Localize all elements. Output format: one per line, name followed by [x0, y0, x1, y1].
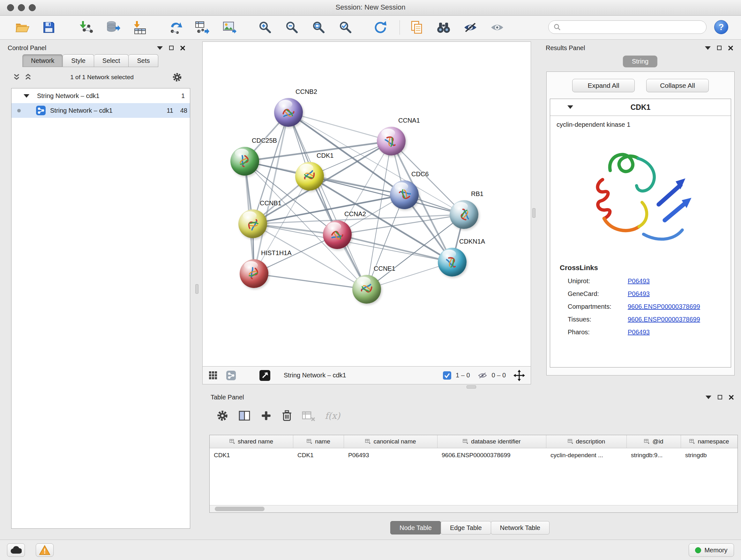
close-panel-icon[interactable]	[729, 395, 734, 400]
import-network-file-button[interactable]	[78, 19, 95, 36]
table-settings-gear-icon[interactable]	[216, 410, 228, 422]
show-columns-icon[interactable]	[238, 410, 251, 422]
tab-node-table[interactable]: Node Table	[390, 521, 441, 535]
scrollbar-thumb[interactable]	[215, 507, 265, 511]
node-table[interactable]: shared namenamecanonical namedatabase id…	[209, 435, 738, 513]
expand-all-button[interactable]: Expand All	[572, 79, 635, 92]
network-node-CCNB2[interactable]	[274, 98, 303, 127]
collapse-all-tree-icon[interactable]	[24, 73, 32, 81]
close-panel-icon[interactable]	[180, 45, 185, 51]
left-splitter-handle[interactable]	[195, 284, 199, 294]
tab-string[interactable]: String	[623, 56, 657, 67]
network-node-CCNA2[interactable]	[323, 220, 352, 249]
table-cell[interactable]: stringdb:9...	[627, 452, 681, 459]
table-cell[interactable]: 9606.ENSP00000378699	[437, 452, 546, 459]
expand-all-tree-icon[interactable]	[13, 73, 20, 81]
network-node-RB1[interactable]	[450, 200, 478, 229]
column-header-@id[interactable]: @id	[627, 435, 681, 448]
import-table-file-button[interactable]	[131, 19, 149, 36]
function-builder-icon[interactable]: f(x)	[325, 411, 340, 421]
hidden-eye-slash-icon[interactable]	[478, 372, 487, 379]
column-header-description[interactable]: description	[546, 435, 627, 448]
column-header-name[interactable]: name	[293, 435, 344, 448]
node-detail-header[interactable]: CDK1	[550, 99, 731, 116]
help-button[interactable]: ?	[714, 20, 728, 34]
collapse-panel-icon[interactable]	[705, 46, 711, 50]
float-panel-icon[interactable]	[169, 46, 174, 50]
column-header-database-identifier[interactable]: database identifier	[437, 435, 546, 448]
add-column-icon[interactable]	[260, 410, 272, 422]
table-row[interactable]: CDK1CDK1P064939606.ENSP00000378699cyclin…	[210, 448, 738, 462]
hide-graphics-button[interactable]	[462, 19, 479, 36]
search-box[interactable]	[548, 20, 706, 34]
network-node-CDKN1A[interactable]	[438, 248, 467, 276]
table-cell[interactable]: P06493	[344, 452, 437, 459]
show-graphics-button[interactable]	[488, 19, 506, 36]
delete-table-icon[interactable]	[302, 410, 315, 422]
network-node-CCNB1[interactable]	[239, 209, 267, 238]
table-cell[interactable]: cyclin-dependent ...	[546, 452, 627, 459]
warnings-button[interactable]	[36, 543, 54, 557]
tab-style[interactable]: Style	[63, 54, 94, 67]
zoom-out-button[interactable]	[283, 19, 300, 36]
crosslink-link[interactable]: 9606.ENSP00000378699	[628, 303, 700, 310]
right-splitter-handle[interactable]	[532, 208, 536, 218]
zoom-selected-button[interactable]	[337, 19, 354, 36]
table-cell[interactable]: stringdb	[681, 452, 738, 459]
column-header-canonical-name[interactable]: canonical name	[344, 435, 437, 448]
crosslink-link[interactable]: P06493	[628, 277, 650, 285]
tab-network[interactable]: Network	[22, 54, 63, 67]
cloud-button[interactable]	[7, 543, 25, 557]
memory-button[interactable]: Memory	[689, 543, 734, 557]
network-collection-row[interactable]: String Network – cdk1 1	[11, 88, 190, 103]
import-network-database-button[interactable]	[105, 19, 122, 36]
network-row[interactable]: String Network – cdk1 11 48	[11, 103, 190, 118]
selected-checkbox-icon[interactable]	[443, 371, 451, 380]
pan-crosshair-icon[interactable]	[514, 370, 525, 381]
bottom-splitter-handle[interactable]	[467, 385, 476, 388]
network-node-CDK1[interactable]	[295, 162, 324, 191]
save-session-button[interactable]	[40, 19, 57, 36]
export-image-button[interactable]	[221, 19, 238, 36]
crosslink-link[interactable]: P06493	[628, 290, 650, 298]
zoom-in-button[interactable]	[257, 19, 274, 36]
crosslink-link[interactable]: 9606.ENSP00000378699	[628, 316, 700, 323]
network-node-CDC25B[interactable]	[230, 147, 259, 176]
network-node-CCNA1[interactable]	[377, 127, 406, 155]
collapse-all-button[interactable]: Collapse All	[646, 79, 709, 92]
column-header-shared-name[interactable]: shared name	[210, 435, 293, 448]
network-node-HIST1H1A[interactable]	[240, 259, 268, 288]
tree-options-gear-icon[interactable]	[172, 72, 182, 82]
table-cell[interactable]: CDK1	[210, 452, 293, 459]
network-node-CCNE1[interactable]	[352, 275, 381, 304]
network-canvas[interactable]: CCNB2CCNA1CDC25BCDK1CDC6RB1CCNB1CCNA2CDK…	[202, 42, 531, 367]
birdseye-toggle-icon[interactable]	[259, 370, 270, 381]
network-node-CDC6[interactable]	[390, 180, 419, 209]
tab-select[interactable]: Select	[94, 54, 129, 67]
refresh-view-button[interactable]	[372, 19, 389, 36]
float-panel-icon[interactable]	[718, 395, 722, 399]
export-table-button[interactable]	[194, 19, 211, 36]
tab-edge-table[interactable]: Edge Table	[441, 521, 491, 535]
collapse-panel-icon[interactable]	[157, 46, 163, 50]
delete-column-icon[interactable]	[281, 410, 292, 422]
copy-button[interactable]	[408, 19, 425, 36]
collapse-panel-icon[interactable]	[705, 395, 711, 399]
network-share-icon[interactable]	[226, 371, 236, 380]
close-panel-icon[interactable]	[728, 45, 733, 51]
clone-network-button[interactable]	[167, 19, 185, 36]
grid-view-icon[interactable]	[208, 371, 218, 380]
crosslink-link[interactable]: P06493	[628, 328, 650, 336]
column-header-namespace[interactable]: namespace	[681, 435, 738, 448]
tab-network-table[interactable]: Network Table	[491, 521, 549, 535]
search-objects-button[interactable]	[435, 19, 452, 36]
zoom-fit-button[interactable]	[310, 19, 327, 36]
tree-expand-triangle-icon[interactable]	[23, 94, 29, 98]
tab-sets[interactable]: Sets	[129, 54, 158, 67]
float-panel-icon[interactable]	[717, 46, 722, 50]
open-session-button[interactable]	[13, 19, 30, 36]
collapse-entry-icon[interactable]	[567, 105, 573, 109]
search-input[interactable]	[564, 23, 701, 31]
horizontal-scrollbar[interactable]	[210, 505, 738, 512]
table-cell[interactable]: CDK1	[293, 452, 344, 459]
